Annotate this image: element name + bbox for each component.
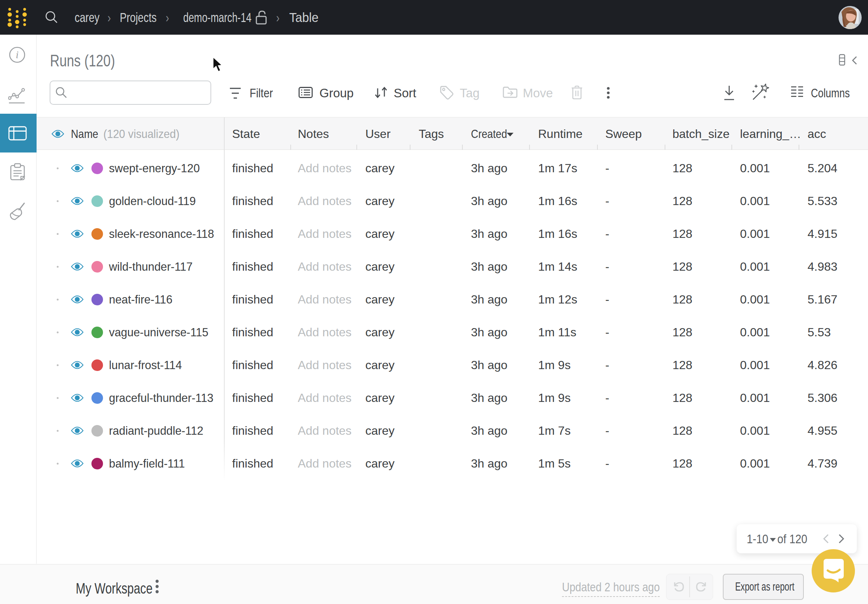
svg-text:i: i <box>16 49 19 60</box>
